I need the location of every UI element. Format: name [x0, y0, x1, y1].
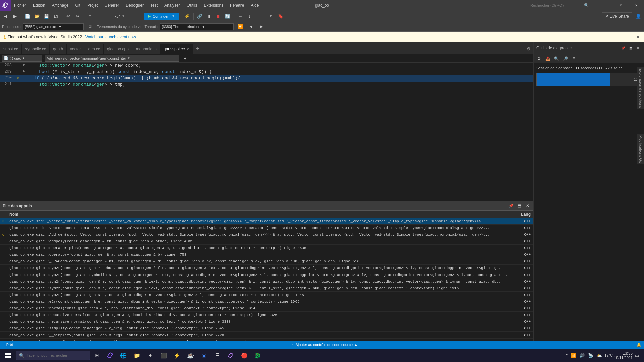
tab-gausspol[interactable]: gausspol.cc ✕: [160, 44, 193, 54]
save-all-button[interactable]: 🗂: [51, 12, 60, 21]
add-tab2-button[interactable]: +: [181, 54, 190, 63]
maximize-button[interactable]: ⧉: [613, 0, 629, 11]
menu-git[interactable]: Git: [72, 0, 84, 11]
call-stack-table[interactable]: Nom Lang ➤giac_oo.exe!std::_Vector_const…: [0, 211, 533, 354]
tab-subst[interactable]: subst.cc: [0, 44, 22, 54]
title-search[interactable]: 🔍: [528, 2, 595, 9]
menu-aide[interactable]: Aide: [247, 0, 262, 11]
taskbar-search-input[interactable]: [26, 353, 87, 357]
tab-genh[interactable]: gen.h: [50, 44, 67, 54]
tab-close-gausspol[interactable]: ✕: [187, 47, 190, 51]
speaker-icon[interactable]: 🔊: [578, 353, 586, 358]
call-stack-row[interactable]: giac_oo.exe!giac::_FRACadd(const giac::g…: [0, 258, 533, 265]
call-stack-row[interactable]: giac_oo.exe!std::_Vector_const_iterator<…: [0, 225, 533, 231]
attach-button[interactable]: 🔗: [195, 12, 204, 21]
menu-fenetre[interactable]: Fenêtre: [227, 0, 247, 11]
close-button[interactable]: ✕: [629, 0, 644, 11]
file-context-dropdown[interactable]: 📄 { } giac ▼: [2, 55, 42, 62]
menu-fichier[interactable]: Fichier: [11, 0, 30, 11]
process-dropdown[interactable]: [5552] giac_oo.exe ▼: [23, 23, 84, 30]
call-stack-row[interactable]: giac_oo.exe!giac::e2r(const giac::gen & …: [0, 298, 533, 305]
taskbar-icon6[interactable]: ⚡: [171, 349, 183, 361]
weather-icon[interactable]: ⛅: [596, 353, 603, 358]
account-button[interactable]: 👤: [634, 12, 643, 21]
menu-affichage[interactable]: Affichage: [49, 0, 72, 11]
call-stack-row[interactable]: giac_oo.exe!giac::sym2r(const giac::gen …: [0, 265, 533, 272]
platform-dropdown[interactable]: x64 ▼: [113, 13, 140, 20]
back-button[interactable]: ◀: [1, 12, 10, 21]
minimize-button[interactable]: —: [598, 0, 613, 11]
menu-generer[interactable]: Générer: [101, 0, 122, 11]
taskbar-terminal-icon[interactable]: 🖥: [211, 349, 223, 361]
close-notification-button[interactable]: ✕: [636, 34, 640, 40]
call-stack-row[interactable]: giac_oo.exe!giac::sym2r(const giac::symb…: [0, 272, 533, 278]
chevron-up-icon2[interactable]: ⌃: [565, 353, 568, 358]
bookmark-button[interactable]: 🔖: [276, 12, 285, 21]
taskbar-chrome2-icon[interactable]: ◉: [198, 349, 210, 361]
thread-next-button[interactable]: ▶: [257, 22, 266, 31]
close-right-button[interactable]: ✕: [635, 45, 641, 51]
call-stack-row[interactable]: giac_oo.exe!giac::recursive_normal(const…: [0, 312, 533, 318]
step-out-button[interactable]: ↑: [255, 12, 263, 21]
events-checkbox[interactable]: ☑: [86, 22, 94, 31]
taskbar-icon9[interactable]: 🔴: [238, 349, 250, 361]
diagnostic-export-button[interactable]: 📤: [544, 55, 552, 63]
taskbar-powershell-icon[interactable]: ⬛: [158, 349, 170, 361]
config-dropdown[interactable]: ▼: [86, 13, 112, 20]
redo-button[interactable]: ↪: [73, 12, 82, 21]
taskbar-icon10[interactable]: 🐉: [252, 349, 264, 361]
hex-button[interactable]: ⚙: [267, 12, 276, 21]
pin-right-button[interactable]: 📌: [620, 45, 627, 51]
call-stack-row[interactable]: giac_oo.exe!giac::__simplify(const giac:…: [0, 332, 533, 339]
forward-button[interactable]: ▶: [11, 12, 19, 21]
menu-test[interactable]: Test: [147, 0, 161, 11]
call-stack-row[interactable]: giac_oo.exe!giac::sym2r(const giac::gen …: [0, 285, 533, 292]
taskbar-icon7[interactable]: ☕: [184, 349, 197, 361]
call-stack-row[interactable]: ◇giac_oo.exe!giac::Add_gen(std::_Vector_…: [0, 231, 533, 238]
save-button[interactable]: 💾: [42, 12, 51, 21]
step-into-button[interactable]: ↓: [245, 12, 254, 21]
taskbar-explorer-icon[interactable]: 📁: [131, 349, 143, 361]
taskbar-vs-icon[interactable]: [104, 349, 116, 361]
float-button[interactable]: ⬒: [516, 203, 523, 209]
open-button[interactable]: 📂: [33, 12, 41, 21]
taskbar-edge-icon[interactable]: 🌐: [117, 349, 129, 361]
taskbar-search[interactable]: 🔍: [16, 351, 90, 360]
taskbar-vs2-icon[interactable]: [225, 349, 237, 361]
call-stack-row[interactable]: ➤giac_oo.exe!std::_Vector_const_iterator…: [0, 218, 533, 225]
call-stack-row[interactable]: giac_oo.exe!giac::recursive_normal(const…: [0, 318, 533, 325]
diagnostic-settings-button[interactable]: ⚙: [535, 55, 543, 63]
namespace-dropdown[interactable]: Add_gen(std::vector<monomial<gen>::const…: [45, 55, 179, 62]
taskbar-chrome-icon[interactable]: ●: [144, 349, 156, 361]
call-stack-row[interactable]: giac_oo.exe!giac::sym2r(const giac::gen …: [0, 278, 533, 285]
call-stack-row[interactable]: giac_oo.exe!giac::simplify(const giac::g…: [0, 325, 533, 332]
tab-symbolic[interactable]: symbolic.cc: [22, 44, 50, 54]
wifi-icon[interactable]: 📡: [587, 353, 594, 358]
call-stack-row[interactable]: giac_oo.exe!giac::addpoly(const giac::ge…: [0, 238, 533, 245]
call-stack-row[interactable]: giac_oo.exe!giac::normal(const giac::gen…: [0, 305, 533, 312]
live-share-button[interactable]: ↗ Live Share: [602, 12, 632, 20]
performance-profiler-button[interactable]: ⚡: [183, 12, 192, 21]
thread-dropdown[interactable]: [6380] Thread principal ▼: [160, 23, 234, 30]
zoom-in-button[interactable]: 🔍: [552, 55, 560, 63]
add-tab-button[interactable]: +: [193, 44, 202, 54]
close-panel-button[interactable]: ✕: [524, 203, 531, 209]
task-view-button[interactable]: ⊞: [91, 349, 103, 361]
pin-button[interactable]: 📌: [508, 203, 515, 209]
call-stack-row[interactable]: giac_oo.exe!giac::sym2r(const giac::gen …: [0, 292, 533, 298]
tab-vector[interactable]: vector: [67, 44, 85, 54]
solution-explorer-tab[interactable]: Explorateur de solutions: [637, 67, 644, 109]
start-button[interactable]: [1, 349, 15, 362]
source-control-button[interactable]: ↑ Ajouter au contrôle de code source ▲: [292, 343, 358, 347]
menu-debogueur[interactable]: Déboguer: [122, 0, 147, 11]
tab-giacoo[interactable]: giac_oo.cpp: [104, 44, 132, 54]
menu-edition[interactable]: Edition: [30, 0, 49, 11]
tab-monomialh[interactable]: monomial.h: [132, 44, 160, 54]
pause-button[interactable]: ⏸: [205, 12, 213, 21]
zoom-out-button[interactable]: 🔎: [561, 55, 569, 63]
thread-prev-button[interactable]: ◀: [247, 22, 255, 31]
stop-button[interactable]: ⏹: [214, 12, 223, 21]
code-editor[interactable]: 208 ▶ std::vector< monomial<gen> > new_c…: [0, 63, 533, 201]
menu-outils[interactable]: Outils: [183, 0, 201, 11]
show-desktop-button[interactable]: ▭: [634, 353, 640, 358]
